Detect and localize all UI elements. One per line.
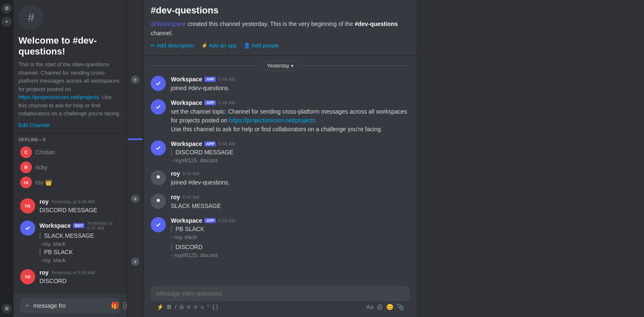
date-divider: Yesterday ▾: [151, 56, 410, 76]
active-indicator: [128, 138, 143, 140]
right-msg-author-roy: roy: [171, 170, 180, 177]
right-msg-author-roy-2: roy: [171, 194, 180, 200]
add-app-link[interactable]: ⚡ Add an app: [201, 42, 237, 49]
settings-icon[interactable]: ⚙: [2, 304, 12, 314]
right-avatar-workspace-2: [151, 99, 166, 114]
message-input-area: + 🎁 GIF 😊: [13, 294, 126, 317]
message-roy-2: ro roy Yesterday at 6:50 AM DISCORD: [20, 269, 120, 286]
message-workspace-1: Workspace BOT Yesterday at 6:47 AM SLACK…: [20, 221, 120, 263]
message-input[interactable]: [33, 302, 107, 309]
add-people-link[interactable]: 👤 Add people: [243, 42, 279, 49]
workspace-mention: @Workspace: [151, 21, 186, 27]
date-pill[interactable]: Yesterday ▾: [262, 61, 299, 71]
welcome-title: Welcome to #dev-questions!: [18, 35, 121, 57]
toolbar-more[interactable]: »: [201, 304, 204, 310]
toolbar-italic[interactable]: I: [175, 304, 176, 310]
toolbar-list1[interactable]: ≡: [187, 304, 190, 310]
message-input-box: + 🎁 GIF 😊: [20, 298, 120, 313]
channel-hash-icon: #: [18, 5, 44, 30]
offline-section: OFFLINE—3 C Cristian R ricky ro roy 👑: [13, 134, 126, 193]
member-roy[interactable]: ro roy 👑: [18, 175, 121, 190]
right-msg-text-2: set the channel topic: Channel for sendi…: [171, 107, 410, 134]
right-avatar-roy-2: [151, 194, 166, 209]
right-input-box: [151, 286, 410, 301]
toolbar-code[interactable]: { }: [212, 304, 218, 310]
add-attachment-icon[interactable]: +: [25, 302, 29, 309]
toolbar-bolt[interactable]: ⚡: [157, 304, 164, 310]
avatar-workspace-msg: [20, 221, 35, 236]
quoted-slack: SLACK MESSAGE: [39, 232, 120, 239]
plus-column: + + +: [127, 0, 144, 317]
right-toolbar: ⚡ B I S ≡ ≡ » " { } Aa @ 😊 📎: [151, 301, 410, 310]
right-msg-workspace-topic: Workspace APP 6:46 AM set the channel to…: [151, 99, 410, 134]
channel-name-bold: #dev-questions: [355, 21, 398, 27]
svg-point-5: [157, 175, 160, 179]
quoted-pb-slack: PB SLACK: [39, 249, 120, 255]
toolbar-list2[interactable]: ≡: [194, 304, 197, 310]
right-avatar-workspace: [151, 76, 166, 91]
member-cristian[interactable]: C Cristian: [18, 145, 121, 160]
toolbar-strike[interactable]: S: [180, 304, 183, 310]
right-msg-text-roy: joined #dev-questions.: [171, 178, 410, 187]
right-msg-time-ws4: 6:50 AM: [218, 218, 235, 223]
app-badge-3: APP: [204, 141, 216, 146]
channel-title: #dev-questions: [151, 5, 410, 16]
right-msg-time-roy: 6:46 AM: [183, 171, 199, 176]
msg-author: Workspace: [39, 222, 71, 229]
right-quoted-pbslack: PB SLACK: [171, 226, 410, 232]
channel-panel: # Welcome to #dev-questions! This is the…: [13, 0, 127, 317]
channel-description: @Workspace created this channel yesterda…: [151, 19, 410, 38]
right-msg-text-roy-2: SLACK MESSAGE: [171, 202, 410, 210]
app-badge-2: APP: [204, 100, 216, 105]
avatar-roy-msg-2: ro: [20, 269, 35, 284]
right-message-input[interactable]: [157, 290, 404, 297]
plus-button-1[interactable]: +: [131, 75, 139, 84]
project-link-right[interactable]: https://projectunicorn.net/projects: [229, 117, 316, 124]
project-link[interactable]: https://projectunicorn.net/projects: [18, 94, 99, 100]
right-msg-time-2: 6:46 AM: [218, 100, 235, 105]
right-msg-author-2: Workspace: [171, 99, 202, 106]
app-badge-4: APP: [204, 218, 216, 223]
channel-actions: ✏ Add description ⚡ Add an app 👤 Add peo…: [151, 42, 410, 49]
right-avatar-workspace-3: [151, 140, 166, 156]
gear-icon[interactable]: ⚙: [2, 3, 12, 13]
welcome-description: This is the start of the #dev-questions …: [18, 60, 121, 118]
add-server-button[interactable]: +: [2, 17, 12, 27]
svg-point-7: [157, 199, 160, 202]
right-avatar-workspace-4: [151, 217, 166, 232]
right-msg-workspace-650: Workspace APP 6:50 AM PB SLACK - roy, sl…: [151, 217, 410, 258]
msg-time-roy2: Yesterday at 6:50 AM: [51, 270, 95, 275]
toolbar-mention[interactable]: @: [377, 304, 383, 310]
right-msg-time-3: 6:46 AM: [218, 141, 235, 146]
plus-button-3[interactable]: +: [131, 257, 139, 266]
msg-text: DISCORD MESSAGE: [39, 206, 120, 215]
toolbar-attach[interactable]: 📎: [397, 304, 404, 310]
gift-icon[interactable]: 🎁: [111, 301, 119, 309]
sidebar-icons: ⚙ + ⚙: [0, 0, 13, 317]
member-ricky[interactable]: R ricky: [18, 160, 121, 175]
right-msg-time: 6:46 AM: [218, 77, 235, 82]
avatar-ricky: R: [20, 161, 32, 173]
crown-icon: 👑: [45, 179, 52, 186]
member-name-cristian: Cristian: [35, 149, 55, 156]
right-msg-workspace-discord: Workspace APP 6:46 AM DISCORD MESSAGE - …: [151, 140, 410, 164]
offline-label: OFFLINE—3: [18, 137, 121, 142]
right-panel: #dev-questions @Workspace created this c…: [144, 0, 416, 317]
edit-channel-link[interactable]: Edit Channel: [18, 122, 50, 128]
bot-badge: BOT: [73, 223, 84, 228]
avatar-roy-msg: ro: [20, 198, 35, 213]
right-avatar-roy: [151, 170, 166, 185]
toolbar-emoji[interactable]: 😊: [386, 304, 393, 310]
right-msg-time-roy-2: 6:47 AM: [183, 195, 199, 200]
toolbar-aa[interactable]: Aa: [367, 304, 374, 310]
right-msg-roy-joined: roy 6:46 AM joined #dev-questions.: [151, 170, 410, 187]
msg-sub: - roy, slack: [39, 241, 120, 247]
toolbar-quote[interactable]: ": [207, 304, 209, 310]
msg-time: Yesterday at 6:46 AM: [51, 199, 95, 204]
add-description-link[interactable]: ✏ Add description: [151, 42, 194, 49]
right-header: #dev-questions @Workspace created this c…: [144, 0, 416, 56]
avatar-cristian: C: [20, 146, 32, 158]
right-messages-list: Yesterday ▾ Workspace APP 6:46 AM joined…: [144, 56, 416, 282]
plus-button-2[interactable]: +: [131, 195, 139, 203]
toolbar-bold[interactable]: B: [167, 304, 171, 310]
